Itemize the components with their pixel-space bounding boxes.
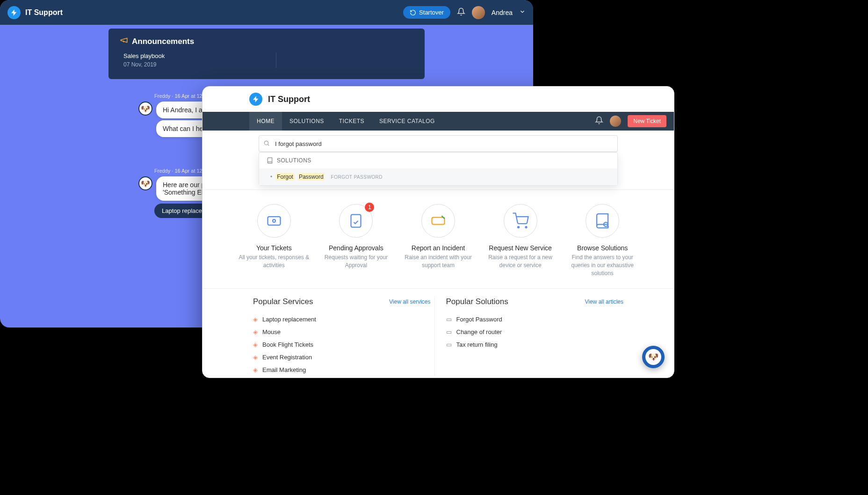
notifications-icon[interactable] [595,116,603,126]
svg-point-3 [273,219,275,222]
chat-announcements-panel: Announcements Sales playbook 07 Nov, 201… [108,29,425,79]
chat-announcement-date: 07 Nov, 2019 [123,61,257,68]
chat-announcement-empty [276,52,414,68]
svg-point-0 [264,141,268,145]
popular-services-column: Popular Services View all services ◈Lapt… [249,297,434,376]
tag-icon: ◈ [253,354,258,361]
tag-icon: ◈ [253,341,258,348]
tile-desc: Raise an incident with your support team [399,254,477,269]
view-all-services-link[interactable]: View all services [389,298,430,305]
document-icon: ▭ [446,341,452,348]
suggest-sub: FORGOT PASSWORD [331,175,383,180]
tile-request-service[interactable]: Request New Service Raise a request for … [482,204,559,277]
cart-icon [504,204,537,238]
approvals-icon: 1 [339,204,373,238]
document-icon: ▭ [446,328,452,335]
svg-point-9 [525,226,527,228]
nav-tab-solutions[interactable]: SOLUTIONS [282,112,332,131]
suggest-section-label: SOLUTIONS [277,157,311,164]
popular-section: Popular Services View all services ◈Lapt… [203,289,674,378]
tile-title: Request New Service [482,244,559,252]
chat-bot-launcher[interactable]: 🐶 [642,346,665,368]
list-item[interactable]: ▭Change of router [446,326,624,338]
list-item[interactable]: ◈Book Flight Tickets [253,338,431,351]
tile-desc: All your tickets, responses & activities [235,254,313,269]
tile-title: Your Tickets [235,244,313,252]
search-wrap: SOLUTIONS • Forgot Password FORGOT PASSW… [203,131,674,152]
document-icon: ▭ [446,316,452,323]
chat-brand: IT Support [7,6,63,19]
notification-badge: 1 [365,203,374,212]
chat-announcements-body: Sales playbook 07 Nov, 2019 [120,52,413,68]
nav-right: New Ticket [595,115,666,127]
portal-brand-title: IT Support [268,95,310,104]
suggest-highlight: Forgot [276,173,294,181]
popular-solutions-list: ▭Forgot Password ▭Change of router ▭Tax … [446,313,624,351]
startover-label: Startover [419,9,444,16]
portal-window: IT Support HOME SOLUTIONS TICKETS SERVIC… [202,86,674,378]
suggest-row[interactable]: • Forgot Password FORGOT PASSWORD [259,168,617,185]
tile-desc: Find the answers to your queries in our … [564,254,641,277]
tile-browse-solutions[interactable]: Browse Solutions Find the answers to you… [564,204,641,277]
brand-logo-icon [249,93,262,106]
list-item[interactable]: ◈Mouse [253,326,431,338]
tile-desc: Requests waiting for your Approval [318,254,395,269]
popular-services-list: ◈Laptop replacement ◈Mouse ◈Book Flight … [253,313,431,376]
tile-your-tickets[interactable]: Your Tickets All your tickets, responses… [235,204,313,277]
portal-header: IT Support [203,87,674,112]
list-item[interactable]: ◈Event Registration [253,351,431,364]
nav-tab-service-catalog[interactable]: SERVICE CATALOG [372,112,442,131]
user-avatar[interactable] [610,116,621,127]
chat-announcements-label: Announcements [132,37,194,46]
startover-button[interactable]: Startover [403,6,450,19]
chat-top-right: Startover Andrea [403,6,526,19]
list-item[interactable]: ▭Forgot Password [446,313,624,326]
tile-title: Pending Approvals [318,244,395,252]
search-icon [263,140,270,148]
search-suggestions: SOLUTIONS • Forgot Password FORGOT PASSW… [259,152,618,186]
list-item[interactable]: ◈Email Marketing [253,364,431,376]
portal-body: SOLUTIONS • Forgot Password FORGOT PASSW… [203,131,674,378]
svg-rect-5 [432,218,444,225]
list-item[interactable]: ◈Laptop replacement [253,313,431,326]
popular-solutions-title: Popular Solutions [446,297,508,306]
notifications-icon[interactable] [457,7,465,18]
user-avatar[interactable] [472,6,485,19]
tile-pending-approvals[interactable]: 1 Pending Approvals Requests waiting for… [318,204,395,277]
portal-nav: HOME SOLUTIONS TICKETS SERVICE CATALOG N… [203,112,674,131]
bot-avatar-icon: 🐶 [645,349,661,365]
megaphone-icon [120,36,128,47]
tile-title: Report an Incident [399,244,477,252]
search-input[interactable] [259,135,618,152]
chat-topbar: IT Support Startover Andrea [0,0,533,25]
tickets-icon [257,204,291,238]
undo-icon [410,9,416,16]
tile-desc: Raise a request for a new device or serv… [482,254,559,269]
quick-action-tiles: Your Tickets All your tickets, responses… [203,190,674,289]
tag-icon: ◈ [253,328,258,335]
book-search-icon [586,204,619,238]
list-item[interactable]: ▭Tax return filing [446,338,624,351]
suggest-section-header: SOLUTIONS [259,153,617,168]
bot-avatar-icon: 🐶 [138,102,152,116]
tag-icon: ◈ [253,366,258,373]
brand-logo-icon [7,6,21,19]
book-icon [267,157,273,164]
chat-announcement-title: Sales playbook [123,52,257,59]
chevron-down-icon[interactable] [519,8,526,17]
bot-avatar-icon: 🐶 [138,176,152,190]
tag-icon: ◈ [253,316,258,323]
username-label: Andrea [492,9,513,16]
chat-brand-title: IT Support [25,8,63,17]
svg-rect-4 [351,215,361,227]
svg-point-8 [518,226,519,228]
tile-report-incident[interactable]: Report an Incident Raise an incident wit… [399,204,477,277]
chat-announcements-header: Announcements [120,36,413,47]
chat-announcement-item[interactable]: Sales playbook 07 Nov, 2019 [120,52,257,68]
nav-tabs: HOME SOLUTIONS TICKETS SERVICE CATALOG [249,112,442,131]
tile-title: Browse Solutions [564,244,641,252]
view-all-articles-link[interactable]: View all articles [585,298,623,305]
new-ticket-button[interactable]: New Ticket [628,115,666,127]
nav-tab-tickets[interactable]: TICKETS [332,112,372,131]
nav-tab-home[interactable]: HOME [249,112,282,131]
